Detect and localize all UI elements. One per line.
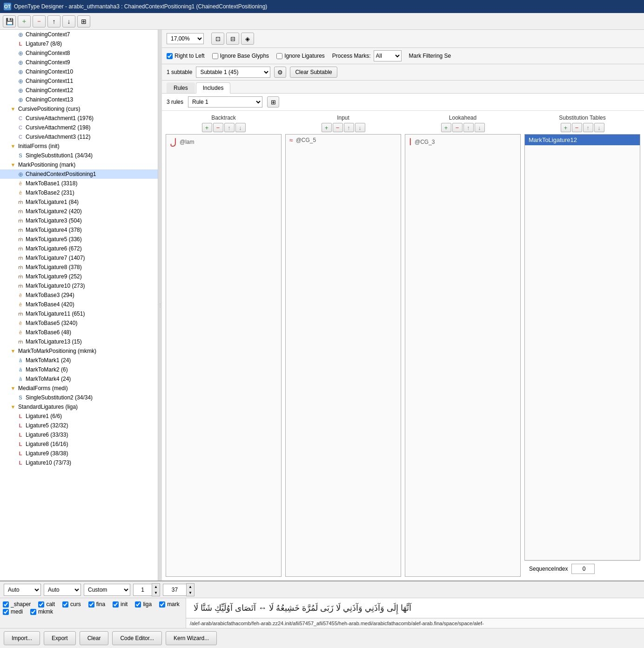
tree-item-23[interactable]: ṁMarkToLigature6 (672) [0, 244, 158, 253]
backtrack-add-btn[interactable]: + [202, 123, 212, 132]
bottom-select-custom[interactable]: Custom [84, 584, 130, 596]
tree-item-46[interactable]: LLigature10 (73/73) [0, 458, 158, 467]
tree-item-14[interactable]: ▼MarkPositioning (mark) [0, 160, 158, 169]
spin-down-2[interactable]: ▼ [187, 590, 194, 596]
tree-item-21[interactable]: ṁMarkToLigature4 (378) [0, 225, 158, 235]
feature-checkbox-curs[interactable] [62, 601, 68, 608]
tree-item-8[interactable]: ▼CursivePositioning (curs) [0, 104, 158, 114]
import-button[interactable]: Import... [4, 631, 40, 645]
tree-item-38[interactable]: ▼MedialForms (medi) [0, 384, 158, 393]
ignore-base-glyphs-option[interactable]: Ignore Base Glyphs [212, 53, 269, 59]
tree-item-33[interactable]: ṁMarkToLigature13 (15) [0, 337, 158, 346]
tree-item-15[interactable]: ⊕ChainedContextPositioning1 [0, 169, 158, 179]
lookahead-item-0[interactable]: ا @CG_3 [405, 135, 520, 149]
tree-item-26[interactable]: ṁMarkToLigature9 (252) [0, 272, 158, 281]
substitution-down-btn[interactable]: ↓ [594, 123, 604, 132]
tree-item-16[interactable]: êMarkToBase1 (3318) [0, 179, 158, 188]
backtrack-list[interactable]: ل @lam [166, 134, 282, 577]
process-marks-select[interactable]: All [374, 50, 402, 61]
feature-checkbox-mark[interactable] [159, 601, 165, 608]
feature-checkbox-medi[interactable] [3, 609, 9, 615]
feature-checkbox-init[interactable] [113, 601, 119, 608]
transform-icon-btn[interactable]: ⊡ [211, 33, 224, 45]
number-input-2[interactable] [163, 584, 186, 596]
tree-item-2[interactable]: ⊕ChainingContext8 [0, 48, 158, 58]
subtable-gear-button[interactable]: ⚙ [274, 67, 286, 78]
substitution-list[interactable]: MarkToLigature12 [524, 134, 640, 560]
tree-item-5[interactable]: ⊕ChainingContext11 [0, 76, 158, 86]
tree-item-19[interactable]: ṁMarkToLigature2 (420) [0, 207, 158, 216]
tree-item-41[interactable]: LLigature1 (6/6) [0, 412, 158, 421]
backtrack-item-0[interactable]: ل @lam [166, 135, 281, 149]
tree-item-44[interactable]: LLigature8 (16/16) [0, 439, 158, 449]
tree-item-43[interactable]: LLigature6 (33/33) [0, 430, 158, 439]
clear-button[interactable]: Clear [80, 631, 109, 645]
clear-subtable-button[interactable]: Clear Subtable [290, 67, 337, 78]
save-button[interactable]: 💾 [3, 15, 16, 27]
zoom-select[interactable]: 17,00% 25% 50% 100% [167, 33, 204, 44]
spin-down-1[interactable]: ▼ [152, 590, 160, 596]
remove-button[interactable]: － [33, 15, 46, 27]
tree-item-42[interactable]: LLigature5 (32/32) [0, 421, 158, 430]
shape-icon-btn[interactable]: ◈ [241, 33, 254, 45]
substitution-item-0[interactable]: MarkToLigature12 [525, 135, 640, 145]
lookahead-up-btn[interactable]: ↑ [463, 123, 474, 132]
resize-handle[interactable]: ⋮ [158, 30, 162, 580]
lookahead-down-btn[interactable]: ↓ [475, 123, 485, 132]
feature-check-init[interactable]: init [113, 601, 127, 608]
tree-item-28[interactable]: êMarkToBase3 (294) [0, 290, 158, 300]
tree-item-45[interactable]: LLigature9 (38/38) [0, 449, 158, 458]
feature-check-curs[interactable]: curs [62, 601, 81, 608]
grid-button[interactable]: ⊞ [77, 15, 90, 27]
ignore-ligatures-checkbox[interactable] [276, 53, 282, 59]
subtable-select[interactable]: Subtable 1 (45) [196, 67, 270, 78]
tree-item-11[interactable]: CCursiveAttachment3 (112) [0, 132, 158, 142]
tree-item-35[interactable]: âMarkToMark1 (24) [0, 356, 158, 365]
tree-item-30[interactable]: ṁMarkToLigature11 (651) [0, 309, 158, 318]
feature-checkbox-_shaper[interactable] [3, 601, 9, 608]
tree-item-13[interactable]: SSingleSubstitution1 (34/34) [0, 151, 158, 160]
substitution-remove-btn[interactable]: − [572, 123, 582, 132]
tree-item-29[interactable]: êMarkToBase4 (420) [0, 300, 158, 309]
feature-checkbox-calt[interactable] [38, 601, 44, 608]
kern-wizard-button[interactable]: Kern Wizard... [166, 631, 217, 645]
feature-check-mark[interactable]: mark [159, 601, 180, 608]
feature-check-mkmk[interactable]: mkmk [30, 608, 53, 615]
bottom-select-2[interactable]: Auto [44, 584, 81, 596]
sequence-index-input[interactable] [571, 564, 595, 574]
tree-item-25[interactable]: ṁMarkToLigature8 (378) [0, 263, 158, 272]
backtrack-up-btn[interactable]: ↑ [224, 123, 235, 132]
input-down-btn[interactable]: ↓ [355, 123, 365, 132]
input-remove-btn[interactable]: − [333, 123, 343, 132]
number-input-1[interactable] [133, 584, 152, 596]
feature-checkbox-mkmk[interactable] [30, 609, 36, 615]
backtrack-remove-btn[interactable]: − [213, 123, 223, 132]
bottom-select-1[interactable]: Auto [4, 584, 41, 596]
spin-up-1[interactable]: ▲ [152, 584, 160, 590]
right-to-left-checkbox[interactable] [167, 53, 173, 59]
tree-item-40[interactable]: ▼StandardLigatures (liga) [0, 402, 158, 412]
tab-includes[interactable]: Includes [196, 82, 231, 94]
tree-item-36[interactable]: âMarkToMark2 (6) [0, 365, 158, 374]
input-add-btn[interactable]: + [322, 123, 332, 132]
feature-check-medi[interactable]: medi [3, 608, 23, 615]
tree-item-3[interactable]: ⊕ChainingContext9 [0, 58, 158, 67]
tree-item-18[interactable]: ṁMarkToLigature1 (84) [0, 197, 158, 207]
feature-check-_shaper[interactable]: _shaper [3, 601, 31, 608]
code-editor-button[interactable]: Code Editor... [112, 631, 162, 645]
move-down-button[interactable]: ↓ [62, 15, 75, 27]
tree-item-34[interactable]: ▼MarkToMarkPositioning (mkmk) [0, 346, 158, 356]
tab-rules[interactable]: Rules [167, 82, 195, 93]
ignore-ligatures-option[interactable]: Ignore Ligatures [276, 53, 325, 59]
tree-item-37[interactable]: âMarkToMark4 (24) [0, 374, 158, 384]
tree-item-9[interactable]: CCursiveAttachment1 (1976) [0, 114, 158, 123]
lookahead-add-btn[interactable]: + [441, 123, 451, 132]
table-icon-btn[interactable]: ⊟ [226, 33, 239, 45]
tree-item-39[interactable]: SSingleSubstitution2 (34/34) [0, 393, 158, 402]
input-list[interactable]: ≈ @CG_5 [285, 134, 401, 577]
input-up-btn[interactable]: ↑ [344, 123, 354, 132]
tree-item-0[interactable]: ⊕ChainingContext7 [0, 30, 158, 39]
backtrack-down-btn[interactable]: ↓ [235, 123, 246, 132]
export-button[interactable]: Export [44, 631, 76, 645]
feature-checkbox-liga[interactable] [135, 601, 141, 608]
